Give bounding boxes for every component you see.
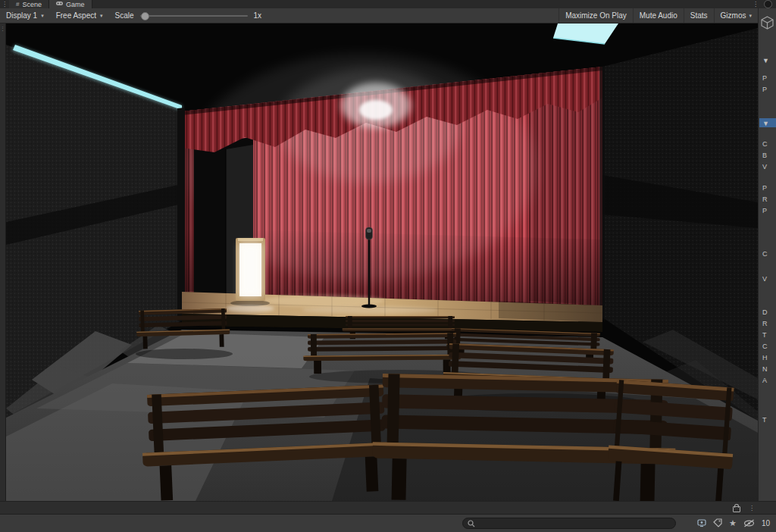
filter-icon[interactable] — [697, 517, 706, 530]
mute-audio-label: Mute Audio — [640, 11, 677, 20]
label-tag-icon[interactable] — [713, 517, 722, 530]
tab-game-label: Game — [66, 1, 85, 8]
inspector-label-fragment: C — [762, 140, 768, 148]
search-icon — [468, 517, 475, 530]
scale-value: 1x — [254, 11, 262, 20]
tab-game[interactable]: Game — [49, 0, 92, 8]
gizmos-label: Gizmos — [721, 11, 746, 20]
inspector-label-fragment: P — [762, 86, 767, 93]
gizmos-dropdown[interactable]: Gizmos ▾ — [714, 8, 758, 23]
search-input[interactable] — [478, 519, 671, 528]
panel-options-kebab-icon[interactable]: ⋮ — [749, 505, 755, 512]
inspector-label-fragment: R — [762, 320, 768, 327]
scale-slider-track[interactable] — [140, 15, 248, 17]
inspector-label-fragment: P — [762, 74, 767, 82]
gamepad-icon — [56, 1, 63, 8]
tab-scene-label: Scene — [22, 1, 42, 8]
inspector-label-fragment: C — [762, 250, 768, 258]
proscenium-right-edge — [599, 66, 605, 321]
inspector-label-fragment: D — [762, 308, 768, 316]
inspector-label-fragment: P — [762, 207, 767, 214]
search-box[interactable] — [462, 518, 676, 529]
lower-panel-header: ⋮ — [0, 501, 776, 514]
inspector-label-fragment: C — [762, 343, 768, 350]
panel-drag-handle[interactable]: ⋮ — [0, 23, 6, 501]
inspector-label-fragment: R — [762, 196, 768, 203]
inspector-strip[interactable]: ▼PP▼CBVPRPCVDRTCHNAT — [758, 8, 776, 501]
favorite-star-icon[interactable]: ★ — [729, 519, 737, 527]
stats-button[interactable]: Stats — [684, 8, 714, 23]
inspector-label-fragment: T — [762, 331, 767, 339]
game-viewport[interactable] — [6, 23, 758, 501]
cube-icon — [761, 16, 774, 33]
game-render[interactable] — [6, 23, 758, 501]
status-bar: ★ 10 — [0, 514, 776, 532]
aspect-dropdown-label: Free Aspect — [56, 11, 96, 20]
tab-options-kebab-icon[interactable]: ⋮ — [753, 1, 759, 8]
proscenium-left-edge — [177, 108, 185, 322]
inspector-label-fragment: ▼ — [762, 120, 769, 127]
chevron-down-icon: ▾ — [41, 13, 44, 19]
inspector-label-fragment: ▼ — [762, 57, 769, 64]
scene-visibility-eye-icon[interactable] — [743, 517, 755, 530]
hidden-object-count: 10 — [762, 519, 770, 527]
scale-slider-group: Scale 1x — [109, 8, 268, 23]
unity-editor-window: ⋮ # Scene Game ⋮ Display 1 ▾ Free Aspect… — [0, 0, 776, 532]
tab-scene[interactable]: # Scene — [9, 0, 49, 8]
display-dropdown-label: Display 1 — [6, 11, 37, 20]
inspector-label-fragment: N — [762, 365, 768, 373]
inspector-label-fragment: P — [762, 184, 767, 192]
aspect-ratio-dropdown[interactable]: Free Aspect ▾ — [50, 8, 109, 23]
scene-grid-icon: # — [16, 1, 19, 8]
inspector-label-fragment: B — [762, 152, 767, 159]
window-menu-kebab-icon[interactable]: ⋮ — [0, 0, 9, 8]
chevron-down-icon: ▾ — [100, 13, 103, 19]
lock-icon[interactable] — [733, 506, 740, 512]
stats-label: Stats — [690, 11, 708, 20]
scale-label: Scale — [115, 11, 134, 20]
status-bar-icons: ★ 10 — [697, 517, 770, 530]
toolbar-right-buttons: Maximize On Play Mute Audio Stats Gizmos… — [559, 8, 758, 23]
lower-panel-header-controls: ⋮ — [733, 503, 755, 513]
game-view-toolbar: Display 1 ▾ Free Aspect ▾ Scale 1x Maxim… — [0, 8, 758, 23]
scale-slider-thumb[interactable] — [141, 12, 149, 20]
maximize-on-play-button[interactable]: Maximize On Play — [559, 8, 633, 23]
mute-audio-button[interactable]: Mute Audio — [633, 8, 684, 23]
inspector-label-fragment: V — [762, 275, 767, 283]
chevron-down-icon: ▾ — [749, 13, 752, 19]
view-tab-bar: ⋮ # Scene Game ⋮ — [0, 0, 776, 8]
spotlight-glow — [341, 83, 411, 128]
inspector-label-fragment: V — [762, 163, 767, 171]
maximize-on-play-label: Maximize On Play — [565, 11, 627, 20]
display-dropdown[interactable]: Display 1 ▾ — [0, 8, 50, 23]
info-circle-icon[interactable] — [764, 0, 772, 8]
inspector-label-fragment: T — [762, 416, 767, 424]
inspector-label-fragment: H — [762, 354, 768, 361]
inspector-label-fragment: A — [762, 377, 767, 384]
tab-bar-right-controls: ⋮ — [753, 0, 776, 8]
